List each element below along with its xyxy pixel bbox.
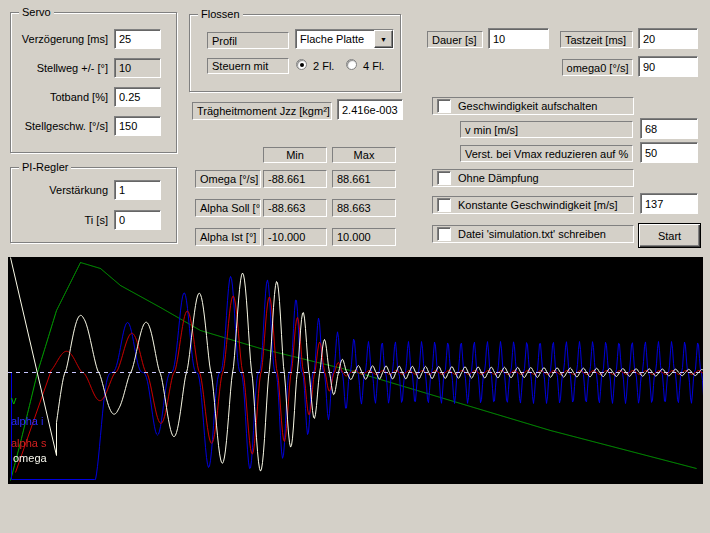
simulation-plot: v alpha i alpha s omega [8, 257, 703, 484]
simulation-plot-canvas [8, 257, 703, 484]
dauer-label: Dauer [s] [427, 31, 483, 48]
flossen-group-title: Flossen [198, 8, 243, 20]
verstaerkung-input[interactable] [114, 180, 161, 200]
omega-row-label: Omega [°/s] [195, 170, 261, 188]
vmin-input[interactable] [640, 118, 698, 139]
legend-omega: omega [13, 452, 47, 464]
omega0-label: omega0 [°/s] [562, 59, 633, 76]
pi-regler-group-title: PI-Regler [19, 161, 71, 173]
konstante-checkbox-row[interactable]: Konstante Geschwindigkeit [m/s] [432, 196, 634, 214]
alpha-ist-row-label: Alpha Ist [°] [195, 228, 261, 246]
radio-4fl-label: 4 Fl. [363, 60, 384, 73]
tastzeit-label: Tastzeit [ms] [560, 31, 633, 48]
minmax-header-max: Max [332, 147, 396, 163]
vmin-label: v min [m/s] [460, 121, 633, 138]
alpha-ist-max-value: 10.000 [332, 228, 396, 246]
datei-checkbox-label: Datei 'simulation.txt' schreiben [458, 228, 606, 240]
verzoegerung-input[interactable] [114, 29, 161, 49]
app-window: { "window": { "bg": "#d4d0c8" }, "icons"… [0, 0, 710, 533]
legend-v: v [11, 394, 17, 406]
totband-input[interactable] [114, 87, 161, 107]
stellweg-field: 10 [114, 58, 161, 78]
stellgeschw-input[interactable] [114, 116, 161, 136]
steuern-mit-label: Steuern mit [207, 58, 289, 74]
profil-combobox-value: Flache Platte [296, 30, 374, 48]
stellgeschw-label: Stellgeschw. [°/s] [14, 119, 108, 133]
omega-min-value: -88.661 [263, 170, 327, 188]
legend-alpha-i: alpha i [11, 415, 43, 427]
tastzeit-input[interactable] [638, 28, 698, 49]
ti-input[interactable] [114, 210, 161, 230]
start-button[interactable]: Start [638, 223, 701, 248]
flossen-group: Flossen [189, 14, 401, 92]
radio-4fl[interactable] [346, 59, 357, 70]
pi-regler-group: PI-Regler [10, 167, 177, 243]
verst-vmax-label: Verst. bei Vmax reduzieren auf % [460, 145, 633, 162]
radio-2fl[interactable] [296, 59, 307, 70]
omega0-input[interactable] [638, 56, 698, 77]
legend-alpha-s: alpha s [11, 437, 46, 449]
geschwindigkeit-checkbox-row[interactable]: Geschwindigkeit aufschalten [432, 97, 634, 115]
traegheitmoment-input[interactable] [337, 99, 403, 120]
daempfung-checkbox-label: Ohne Dämpfung [458, 172, 539, 184]
verzoegerung-label: Verzögerung [ms] [14, 32, 108, 46]
omega-max-value: 88.661 [332, 170, 396, 188]
servo-group-title: Servo [19, 6, 54, 18]
stellweg-label: Stellweg +/- [°] [14, 61, 108, 75]
alpha-ist-min-value: -10.000 [263, 228, 327, 246]
profil-combobox[interactable]: Flache Platte ▼ [295, 29, 394, 49]
totband-label: Totband [%] [14, 90, 108, 104]
chevron-down-icon: ▼ [380, 36, 387, 43]
konstante-checkbox-label: Konstante Geschwindigkeit [m/s] [458, 199, 618, 211]
ti-label: Ti [s] [14, 213, 108, 227]
datei-checkbox-row[interactable]: Datei 'simulation.txt' schreiben [432, 225, 634, 243]
dauer-input[interactable] [488, 28, 549, 49]
daempfung-checkbox-row[interactable]: Ohne Dämpfung [432, 169, 634, 187]
konstante-checkbox[interactable] [437, 198, 451, 212]
datei-checkbox[interactable] [437, 227, 451, 241]
profil-combobox-button[interactable]: ▼ [374, 30, 393, 48]
alpha-soll-max-value: 88.663 [332, 199, 396, 217]
geschwindigkeit-checkbox-label: Geschwindigkeit aufschalten [458, 100, 597, 112]
minmax-header-min: Min [263, 147, 327, 163]
verstaerkung-label: Verstärkung [14, 183, 108, 197]
profil-label: Profil [207, 32, 289, 49]
konstante-input[interactable] [640, 193, 698, 214]
radio-2fl-label: 2 Fl. [313, 60, 334, 73]
traegheitmoment-label: Trägheitmoment Jzz [kgm²] [192, 102, 332, 120]
alpha-soll-row-label: Alpha Soll [°] [195, 199, 261, 217]
alpha-soll-min-value: -88.663 [263, 199, 327, 217]
daempfung-checkbox[interactable] [437, 171, 451, 185]
verst-vmax-input[interactable] [640, 142, 698, 163]
geschwindigkeit-checkbox[interactable] [437, 99, 451, 113]
